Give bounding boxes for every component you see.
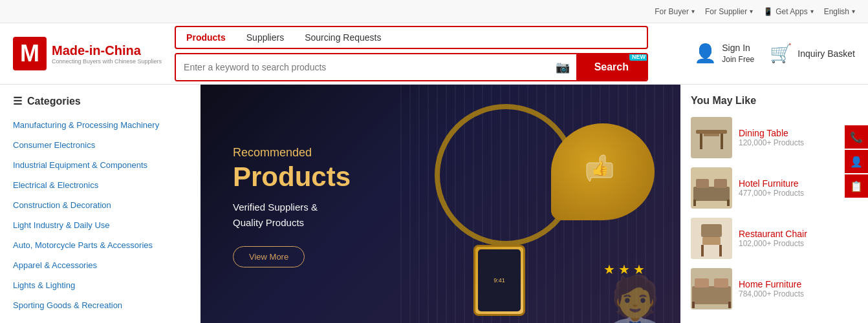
header: M Made-in-China Connecting Buyers with C… — [0, 23, 868, 85]
cart-icon: 🛒 — [770, 43, 792, 64]
svg-rect-13 — [727, 200, 730, 206]
float-contact-button[interactable]: 📞 — [845, 125, 868, 149]
search-input[interactable] — [176, 54, 549, 80]
svg-text:M: M — [20, 40, 39, 67]
hamburger-icon: ☰ — [13, 95, 22, 107]
top-bar: For Buyer ▾ For Supplier ▾ 📱 Get Apps ▾ … — [0, 0, 868, 23]
logo-title: Made-in-China — [52, 43, 162, 58]
search-bar: 📷 NEW Search — [175, 53, 648, 81]
you-may-like-title: You May Like — [691, 95, 858, 107]
banner-stripes — [393, 85, 680, 323]
sidebar-header: ☰ Categories — [0, 95, 201, 115]
camera-icon[interactable]: 📷 — [549, 54, 576, 80]
sidebar-item-light[interactable]: Light Industry & Daily Use — [0, 215, 201, 235]
language-menu[interactable]: English ▾ — [824, 7, 855, 16]
main-content: ☰ Categories Manufacturing & Processing … — [0, 85, 868, 323]
product-info-dining: Dining Table 120,000+ Products — [739, 128, 858, 147]
banner: 👍 ★ ★ ★ 9:41 🧑‍💼 Recommended Products Ve… — [201, 85, 680, 323]
new-badge: NEW — [629, 53, 648, 61]
tab-products[interactable]: Products — [176, 27, 236, 48]
svg-rect-3 — [691, 117, 732, 158]
svg-rect-6 — [721, 134, 723, 149]
product-info-restaurant: Restaurant Chair 102,000+ Products — [739, 229, 858, 248]
banner-content: Recommended Products Verified Suppliers … — [201, 120, 383, 293]
banner-products-title: Products — [233, 162, 351, 192]
inquiry-basket[interactable]: 🛒 Inquiry Basket — [770, 43, 855, 64]
svg-rect-17 — [701, 245, 704, 256]
product-item-dining[interactable]: Dining Table 120,000+ Products — [691, 117, 858, 158]
svg-rect-24 — [728, 302, 731, 308]
sidebar-item-sporting[interactable]: Sporting Goods & Recreation — [0, 295, 201, 315]
svg-rect-23 — [692, 302, 695, 308]
sidebar-item-lights[interactable]: Lights & Lighting — [0, 275, 201, 295]
get-apps-menu[interactable]: 📱 Get Apps ▾ — [763, 7, 813, 16]
sidebar-item-manufacturing[interactable]: Manufacturing & Processing Machinery — [0, 115, 201, 135]
product-item-hotel[interactable]: Hotel Furniture 477,000+ Products — [691, 167, 858, 209]
logo[interactable]: M Made-in-China Connecting Buyers with C… — [13, 37, 162, 70]
sidebar-item-auto[interactable]: Auto, Motorcycle Parts & Accessories — [0, 235, 201, 255]
svg-rect-10 — [696, 179, 709, 188]
product-thumb-restaurant — [691, 218, 732, 259]
chevron-down-icon: ▾ — [750, 8, 753, 15]
product-thumb-dining — [691, 117, 732, 158]
product-thumb-home — [691, 268, 732, 309]
category-list: Manufacturing & Processing Machinery Con… — [0, 115, 201, 315]
banner-recommended: Recommended — [233, 146, 351, 160]
product-info-home: Home Furniture 784,000+ Products — [739, 279, 858, 298]
nav-tabs: Products Suppliers Sourcing Requests — [175, 26, 648, 49]
view-more-button[interactable]: View More — [233, 246, 305, 267]
header-actions: 👤 Sign In Join Free 🛒 Inquiry Basket — [661, 42, 855, 65]
svg-rect-12 — [693, 200, 696, 206]
logo-subtitle: Connecting Buyers with Chinese Suppliers — [52, 58, 162, 65]
right-panel: You May Like Dining Table 120,000+ Produ… — [680, 85, 868, 323]
tab-suppliers[interactable]: Suppliers — [236, 27, 294, 48]
for-buyer-menu[interactable]: For Buyer ▾ — [655, 7, 695, 16]
for-supplier-menu[interactable]: For Supplier ▾ — [705, 7, 753, 16]
mobile-icon: 📱 — [763, 7, 773, 16]
chevron-down-icon: ▾ — [691, 8, 695, 15]
banner-subtitle: Verified Suppliers & Quality Products — [233, 200, 351, 231]
svg-rect-22 — [714, 278, 728, 287]
logo-icon: M — [13, 37, 47, 70]
sidebar-item-electrical[interactable]: Electrical & Electronics — [0, 175, 201, 195]
float-clipboard-button[interactable]: 📋 — [845, 174, 868, 198]
user-icon: 👤 — [694, 43, 717, 64]
svg-rect-11 — [714, 179, 727, 188]
svg-rect-15 — [701, 224, 722, 237]
sidebar-item-construction[interactable]: Construction & Decoration — [0, 195, 201, 215]
svg-rect-4 — [696, 130, 727, 134]
svg-rect-16 — [702, 237, 721, 245]
sidebar: ☰ Categories Manufacturing & Processing … — [0, 85, 201, 323]
product-thumb-hotel — [691, 167, 732, 209]
sidebar-item-electronics[interactable]: Consumer Electronics — [0, 135, 201, 155]
product-info-hotel: Hotel Furniture 477,000+ Products — [739, 178, 858, 198]
svg-rect-21 — [695, 278, 709, 287]
svg-rect-20 — [692, 286, 731, 304]
svg-rect-5 — [700, 134, 702, 149]
search-button[interactable]: NEW Search — [576, 54, 647, 80]
tab-sourcing[interactable]: Sourcing Requests — [294, 27, 391, 48]
product-item-restaurant[interactable]: Restaurant Chair 102,000+ Products — [691, 218, 858, 259]
product-item-home[interactable]: Home Furniture 784,000+ Products — [691, 268, 858, 309]
signin-area[interactable]: 👤 Sign In Join Free — [694, 42, 754, 65]
chevron-down-icon: ▾ — [852, 8, 855, 15]
sidebar-item-industrial[interactable]: Industrial Equipment & Components — [0, 155, 201, 175]
signin-text: Sign In Join Free — [722, 42, 754, 65]
float-profile-button[interactable]: 👤 — [845, 150, 868, 173]
svg-rect-7 — [704, 134, 719, 136]
sidebar-item-apparel[interactable]: Apparel & Accessories — [0, 255, 201, 275]
svg-rect-18 — [719, 245, 722, 256]
float-buttons: 📞 👤 📋 — [845, 125, 868, 198]
chevron-down-icon: ▾ — [810, 8, 814, 15]
svg-rect-9 — [693, 187, 730, 201]
